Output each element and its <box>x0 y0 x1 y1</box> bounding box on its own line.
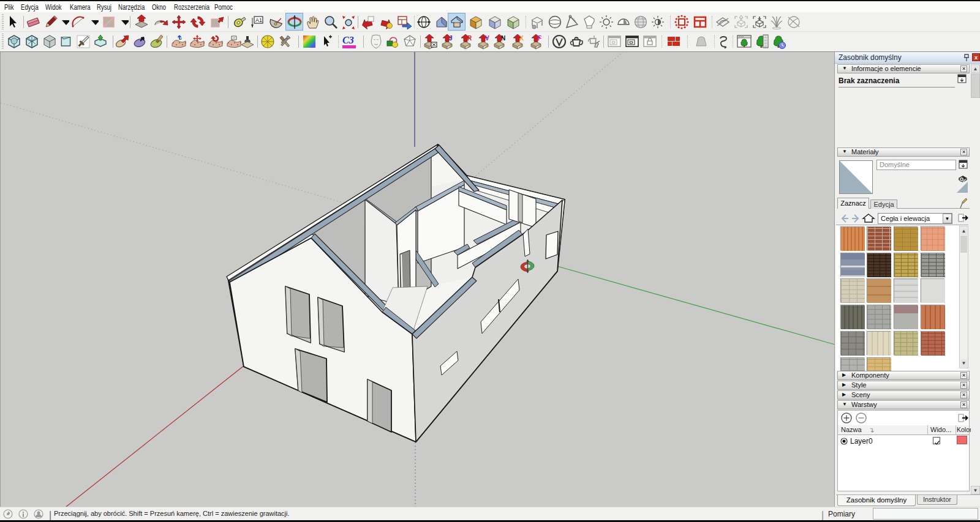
svg-text:F: F <box>538 35 541 42</box>
svg-text:V: V <box>485 35 489 42</box>
svg-text:N: N <box>501 35 505 42</box>
svg-text:C3: C3 <box>342 35 354 45</box>
svg-text:J: J <box>449 35 453 42</box>
svg-text:X: X <box>519 35 524 42</box>
svg-text:R: R <box>467 35 472 42</box>
svg-text:A1: A1 <box>255 17 262 23</box>
